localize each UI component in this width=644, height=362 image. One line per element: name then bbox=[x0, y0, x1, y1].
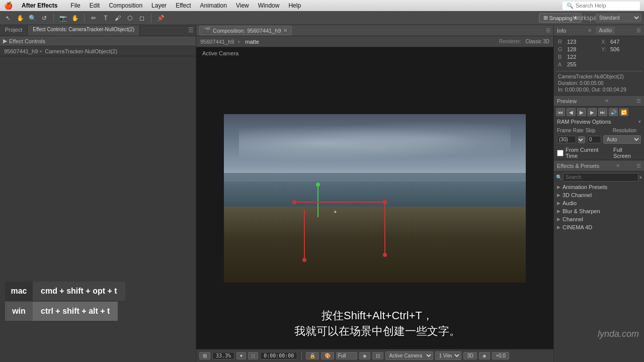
composition-preview[interactable]: + bbox=[224, 114, 526, 283]
toolbar-zoom[interactable]: 🔍 bbox=[27, 13, 37, 23]
skip-input[interactable] bbox=[587, 136, 601, 143]
ctrl-resolution[interactable]: ⊡ bbox=[372, 352, 383, 359]
from-current-label[interactable]: From Current Time bbox=[557, 147, 611, 159]
ctrl-color[interactable]: 🎨 bbox=[321, 352, 334, 359]
preview-opts[interactable]: ☰ bbox=[636, 98, 641, 104]
effect-cat-blur-sharpen[interactable]: ▶ Blur & Sharpen bbox=[554, 207, 644, 215]
effect-cat-animation-presets[interactable]: ▶ Animation Presets bbox=[554, 183, 644, 191]
menu-layer[interactable]: Layer bbox=[147, 1, 171, 10]
menu-effect[interactable]: Effect bbox=[172, 1, 195, 10]
prev-audio[interactable]: 🔊 bbox=[609, 108, 618, 116]
cat-arrow-2: ▶ bbox=[557, 201, 560, 206]
keyboard-overlay: mac cmd + shift + opt + t win ctrl + shi… bbox=[5, 282, 125, 322]
apple-menu[interactable]: 🍎 bbox=[4, 2, 13, 10]
cat-name-5: CINEMA 4D bbox=[562, 224, 592, 230]
prev-loop[interactable]: 🔁 bbox=[619, 108, 628, 116]
ctrl-timecode[interactable]: 0:00:00:00 bbox=[260, 352, 297, 359]
ram-preview-row: RAM Preview Options ▾ bbox=[554, 118, 644, 126]
comp-tab-close[interactable]: ✕ bbox=[283, 28, 287, 33]
ctrl-zoom[interactable]: 33.3% bbox=[212, 352, 234, 359]
search-help-box[interactable]: 🔍 bbox=[562, 2, 640, 10]
menu-view[interactable]: View bbox=[232, 1, 253, 10]
toolbar-puppet[interactable]: 📌 bbox=[155, 13, 166, 23]
frame-rate-input[interactable] bbox=[557, 136, 576, 143]
info-duration: Duration: 0:00:05:00 bbox=[558, 80, 640, 86]
tab-project[interactable]: Project bbox=[0, 25, 28, 36]
toolbar-pen[interactable]: ✏ bbox=[89, 13, 99, 23]
audio-tab[interactable]: Audio bbox=[596, 27, 615, 34]
info-color-grid: R 123 X: 647 G 128 Y: 506 B 122 bbox=[554, 36, 644, 70]
search-help-input[interactable] bbox=[576, 3, 636, 9]
effect-cat-channel[interactable]: ▶ Channel bbox=[554, 215, 644, 223]
menu-edit[interactable]: Edit bbox=[86, 1, 104, 10]
from-current-checkbox[interactable] bbox=[557, 150, 564, 156]
effects-close[interactable]: ✕ bbox=[616, 163, 620, 168]
effects-search-arrow[interactable]: ▾ bbox=[639, 175, 642, 180]
menu-animation[interactable]: Animation bbox=[196, 1, 231, 10]
menu-help[interactable]: Help bbox=[284, 1, 305, 10]
info-section-header[interactable]: Info ✕ Audio ☰ bbox=[554, 25, 644, 36]
toolbar-camera[interactable]: 📷 bbox=[58, 13, 68, 23]
comp-panel-opts[interactable]: ☰ bbox=[546, 28, 550, 33]
toolbar-brush[interactable]: 🖌 bbox=[113, 13, 123, 23]
frame-rate-expand[interactable]: ▾ bbox=[578, 136, 585, 143]
info-r-row: R 123 bbox=[556, 38, 599, 45]
effects-opts[interactable]: ☰ bbox=[636, 163, 641, 168]
ctrl-zoom-expand[interactable]: ▾ bbox=[236, 352, 246, 359]
ctrl-view-count[interactable]: 1 View bbox=[435, 351, 461, 360]
info-x-value: 647 bbox=[610, 39, 619, 45]
effect-controls-header: ▶ Effect Controls bbox=[0, 36, 196, 46]
toolbar-eraser[interactable]: ◻ bbox=[137, 13, 147, 23]
ram-preview-arrow[interactable]: ▾ bbox=[638, 119, 641, 124]
ctrl-toggle-grid[interactable]: ⊞ bbox=[199, 352, 210, 359]
comp-icon: 🎬 bbox=[204, 27, 211, 34]
menu-composition[interactable]: Composition bbox=[105, 1, 146, 10]
menu-window[interactable]: Window bbox=[254, 1, 284, 10]
prev-next-frame[interactable]: ▶ bbox=[588, 108, 597, 116]
menu-file[interactable]: File bbox=[66, 1, 84, 10]
ctrl-plus[interactable]: +0.0 bbox=[492, 352, 509, 359]
effect-cat-audio[interactable]: ▶ Audio bbox=[554, 199, 644, 207]
effect-cat-cinema4d[interactable]: ▶ CINEMA 4D bbox=[554, 223, 644, 231]
ec-title: Effect Controls bbox=[9, 38, 45, 44]
toolbar-pan[interactable]: ✋ bbox=[70, 13, 80, 23]
ctrl-aspect[interactable]: □ bbox=[248, 352, 258, 359]
workspace-select[interactable]: Standard bbox=[596, 14, 641, 22]
ctrl-render[interactable]: ◈ bbox=[479, 352, 490, 359]
tab-effect-controls[interactable]: Effect Controls: CameraTracker-NullObjec… bbox=[28, 25, 140, 36]
menu-bar: 🍎 After Effects File Edit Composition La… bbox=[0, 0, 644, 11]
effect-cat-3d-channel[interactable]: ▶ 3D Channel bbox=[554, 191, 644, 199]
toolbar-text[interactable]: T bbox=[101, 13, 111, 23]
effects-search-input[interactable] bbox=[563, 173, 638, 182]
prev-play[interactable]: ▶ bbox=[577, 108, 586, 116]
toolbar-rotate[interactable]: ↺ bbox=[39, 13, 49, 23]
viewer[interactable]: Active Camera bbox=[196, 47, 553, 349]
cat-name-0: Animation Presets bbox=[562, 184, 607, 190]
effects-section-header[interactable]: Effects & Presets ✕ ☰ bbox=[554, 160, 644, 171]
breadcrumb-comp[interactable]: 95607441_h9 bbox=[4, 48, 38, 54]
prev-first-frame[interactable]: ⏮ bbox=[556, 108, 565, 116]
ctrl-camera-select[interactable]: Active Camera bbox=[385, 351, 433, 360]
ctrl-sep bbox=[301, 351, 302, 360]
info-close[interactable]: ✕ bbox=[588, 28, 592, 33]
toolbar-select[interactable]: ↖ bbox=[3, 13, 13, 23]
renderer-value: Classic 3D bbox=[525, 39, 549, 44]
ctrl-quality[interactable]: ◈ bbox=[359, 352, 370, 359]
ctrl-view-mode[interactable]: Full bbox=[336, 352, 357, 359]
ctrl-cache[interactable]: 🔒 bbox=[306, 352, 319, 359]
cat-arrow-3: ▶ bbox=[557, 209, 560, 214]
preview-section-header[interactable]: Preview ✕ ☰ bbox=[554, 96, 644, 107]
toolbar-move[interactable]: ✋ bbox=[15, 13, 25, 23]
left-panel-options[interactable]: ☰ bbox=[186, 25, 196, 35]
resolution-select[interactable]: Auto bbox=[603, 135, 641, 144]
app-name[interactable]: After Effects bbox=[18, 1, 61, 10]
info-opts[interactable]: ☰ bbox=[636, 28, 641, 33]
info-meta: CameraTracker-NullObject(2) Duration: 0:… bbox=[554, 72, 644, 95]
prev-last-frame[interactable]: ⏭ bbox=[598, 108, 607, 116]
prev-prev-frame[interactable]: ◀ bbox=[567, 108, 576, 116]
preview-close[interactable]: ✕ bbox=[605, 98, 609, 104]
info-g-value: 128 bbox=[567, 46, 576, 52]
ctrl-3d[interactable]: 3D bbox=[463, 352, 477, 359]
comp-tab[interactable]: 🎬 Composition: 95607441_h9 ✕ bbox=[199, 26, 292, 35]
toolbar-clone[interactable]: ⬡ bbox=[125, 13, 135, 23]
